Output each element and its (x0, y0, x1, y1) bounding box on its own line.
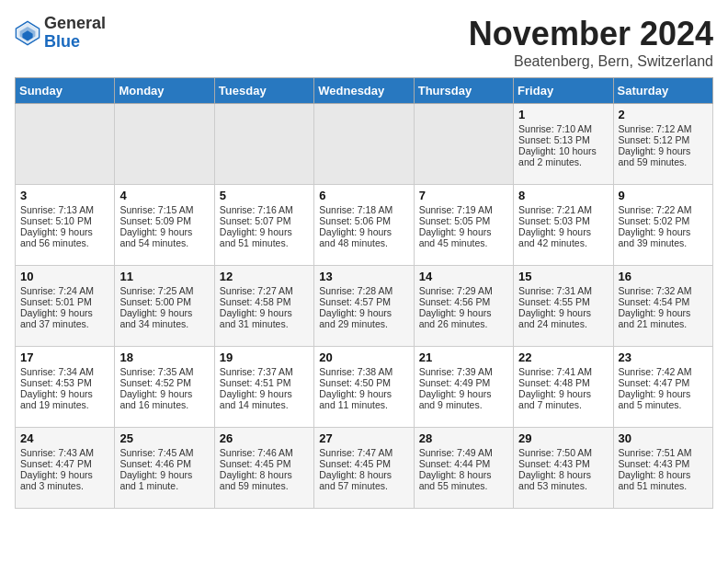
weekday-header: Tuesday (214, 78, 313, 104)
day-info: Sunrise: 7:51 AM (619, 447, 708, 458)
calendar-cell: 23Sunrise: 7:42 AMSunset: 4:47 PMDayligh… (613, 347, 712, 428)
day-number: 4 (119, 189, 209, 202)
day-info: Sunset: 4:45 PM (220, 458, 309, 469)
day-info: Sunset: 4:48 PM (518, 377, 608, 388)
calendar-cell (214, 104, 313, 185)
day-info: Sunrise: 7:21 AM (518, 204, 608, 215)
day-info: Daylight: 9 hours (518, 226, 608, 237)
day-info: Sunrise: 7:45 AM (119, 447, 209, 458)
day-info: Sunrise: 7:12 AM (619, 123, 708, 134)
day-info: and 45 minutes. (419, 237, 508, 248)
day-info: Sunrise: 7:28 AM (319, 285, 408, 296)
calendar-header: SundayMondayTuesdayWednesdayThursdayFrid… (16, 78, 713, 104)
header: General Blue November 2024 Beatenberg, B… (15, 15, 713, 70)
calendar-cell: 20Sunrise: 7:38 AMSunset: 4:50 PMDayligh… (314, 347, 414, 428)
calendar-cell: 16Sunrise: 7:32 AMSunset: 4:54 PMDayligh… (613, 266, 712, 347)
day-info: Sunset: 5:00 PM (119, 296, 209, 307)
day-number: 1 (518, 108, 608, 121)
day-info: Sunset: 4:57 PM (319, 296, 408, 307)
day-info: Sunrise: 7:13 AM (20, 204, 109, 215)
day-info: Daylight: 9 hours (619, 226, 708, 237)
day-info: Sunset: 4:50 PM (319, 377, 408, 388)
calendar-cell: 4Sunrise: 7:15 AMSunset: 5:09 PMDaylight… (115, 185, 214, 266)
day-info: Sunset: 4:51 PM (220, 377, 309, 388)
calendar-cell: 14Sunrise: 7:29 AMSunset: 4:56 PMDayligh… (414, 266, 513, 347)
day-info: and 5 minutes. (619, 399, 708, 410)
day-info: and 1 minute. (119, 480, 209, 491)
day-info: and 59 minutes. (220, 480, 309, 491)
calendar-cell: 2Sunrise: 7:12 AMSunset: 5:12 PMDaylight… (613, 104, 712, 185)
calendar-week-row: 3Sunrise: 7:13 AMSunset: 5:10 PMDaylight… (16, 185, 713, 266)
day-info: Sunset: 5:09 PM (119, 215, 209, 226)
day-info: Sunset: 4:45 PM (319, 458, 408, 469)
day-info: Daylight: 9 hours (220, 388, 309, 399)
day-info: and 53 minutes. (518, 480, 608, 491)
day-info: Sunset: 4:49 PM (419, 377, 508, 388)
day-info: Sunrise: 7:34 AM (20, 366, 109, 377)
calendar-cell: 5Sunrise: 7:16 AMSunset: 5:07 PMDaylight… (214, 185, 313, 266)
day-number: 7 (419, 189, 508, 202)
day-info: Sunset: 4:53 PM (20, 377, 109, 388)
calendar-cell: 9Sunrise: 7:22 AMSunset: 5:02 PMDaylight… (613, 185, 712, 266)
day-number: 28 (419, 431, 508, 445)
day-number: 14 (419, 270, 508, 283)
title-area: November 2024 Beatenberg, Bern, Switzerl… (469, 15, 713, 70)
day-info: Daylight: 9 hours (419, 226, 508, 237)
calendar-cell (414, 104, 513, 185)
day-info: Daylight: 9 hours (419, 307, 508, 318)
weekday-header-row: SundayMondayTuesdayWednesdayThursdayFrid… (16, 78, 713, 104)
day-info: Sunset: 4:47 PM (20, 458, 109, 469)
day-info: Daylight: 9 hours (220, 226, 309, 237)
day-number: 23 (619, 350, 708, 364)
day-info: Sunrise: 7:47 AM (319, 447, 408, 458)
day-info: Sunset: 5:02 PM (619, 215, 708, 226)
day-number: 25 (119, 431, 209, 445)
calendar-cell: 7Sunrise: 7:19 AMSunset: 5:05 PMDaylight… (414, 185, 513, 266)
day-info: Daylight: 9 hours (20, 226, 109, 237)
weekday-header: Sunday (16, 78, 115, 104)
day-info: Daylight: 9 hours (319, 226, 408, 237)
calendar-cell: 8Sunrise: 7:21 AMSunset: 5:03 PMDaylight… (514, 185, 613, 266)
day-number: 29 (518, 431, 608, 445)
day-info: and 37 minutes. (20, 318, 109, 329)
day-info: and 14 minutes. (220, 399, 309, 410)
day-info: and 34 minutes. (119, 318, 209, 329)
day-info: Sunset: 4:47 PM (619, 377, 708, 388)
calendar-cell: 13Sunrise: 7:28 AMSunset: 4:57 PMDayligh… (314, 266, 414, 347)
day-number: 8 (518, 189, 608, 202)
day-info: Sunrise: 7:39 AM (419, 366, 508, 377)
calendar-cell: 3Sunrise: 7:13 AMSunset: 5:10 PMDaylight… (16, 185, 115, 266)
calendar-cell: 28Sunrise: 7:49 AMSunset: 4:44 PMDayligh… (414, 428, 513, 509)
day-info: and 16 minutes. (119, 399, 209, 410)
day-info: Daylight: 9 hours (20, 469, 109, 480)
day-number: 21 (419, 350, 508, 364)
day-info: and 42 minutes. (518, 237, 608, 248)
calendar-cell: 1Sunrise: 7:10 AMSunset: 5:13 PMDaylight… (514, 104, 613, 185)
day-info: Sunrise: 7:46 AM (220, 447, 309, 458)
calendar-week-row: 24Sunrise: 7:43 AMSunset: 4:47 PMDayligh… (16, 428, 713, 509)
calendar-cell: 11Sunrise: 7:25 AMSunset: 5:00 PMDayligh… (115, 266, 214, 347)
day-info: Sunrise: 7:31 AM (518, 285, 608, 296)
day-info: Daylight: 9 hours (119, 469, 209, 480)
calendar-table: SundayMondayTuesdayWednesdayThursdayFrid… (15, 77, 713, 509)
day-number: 12 (220, 270, 309, 283)
day-number: 13 (319, 270, 408, 283)
day-number: 22 (518, 350, 608, 364)
day-info: Sunset: 4:54 PM (619, 296, 708, 307)
calendar-cell (16, 104, 115, 185)
calendar-cell: 12Sunrise: 7:27 AMSunset: 4:58 PMDayligh… (214, 266, 313, 347)
day-info: and 31 minutes. (220, 318, 309, 329)
calendar-week-row: 1Sunrise: 7:10 AMSunset: 5:13 PMDaylight… (16, 104, 713, 185)
day-info: Sunset: 5:10 PM (20, 215, 109, 226)
day-info: Sunset: 4:44 PM (419, 458, 508, 469)
calendar-cell: 24Sunrise: 7:43 AMSunset: 4:47 PMDayligh… (16, 428, 115, 509)
day-info: Sunrise: 7:37 AM (220, 366, 309, 377)
logo-icon (15, 20, 40, 46)
day-info: and 21 minutes. (619, 318, 708, 329)
day-info: and 56 minutes. (20, 237, 109, 248)
calendar-cell: 18Sunrise: 7:35 AMSunset: 4:52 PMDayligh… (115, 347, 214, 428)
day-info: Sunrise: 7:19 AM (419, 204, 508, 215)
day-info: Sunrise: 7:25 AM (119, 285, 209, 296)
day-info: Daylight: 9 hours (619, 145, 708, 156)
day-info: and 48 minutes. (319, 237, 408, 248)
